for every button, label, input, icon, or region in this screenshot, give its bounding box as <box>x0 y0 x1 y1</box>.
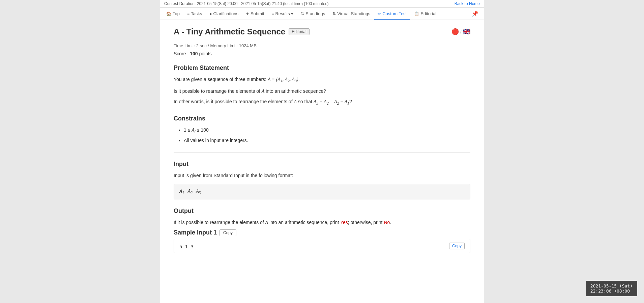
score-value: 100 <box>190 51 198 56</box>
nav-results-label: Results ▾ <box>275 11 293 16</box>
sample-input-1-block: 5 1 3 Copy <box>174 239 470 253</box>
nav-virtual-standings[interactable]: ⇅ Virtual Standings <box>329 8 374 20</box>
standings-icon: ⇅ <box>301 11 304 16</box>
flag-separator: / <box>460 29 462 34</box>
clock-widget: 2021-05-15 (Sat) 22:23:06 +08:00 <box>586 281 637 296</box>
nav-standings-label: Standings <box>305 11 325 16</box>
time-memory-limit: Time Limit: 2 sec / Memory Limit: 1024 M… <box>174 43 470 48</box>
sample-input-1-title: Sample Input 1 <box>174 229 217 236</box>
editorial-badge-button[interactable]: Editorial <box>289 28 309 35</box>
sample-block-inner: 5 1 3 Copy <box>179 243 465 249</box>
home-icon: 🏠 <box>166 11 171 16</box>
nav-editorial[interactable]: 📋 Editorial <box>411 8 440 20</box>
nav-tasks-label: Tasks <box>191 11 202 16</box>
nav-bar: 🏠 Top ≡ Tasks ● Clarifications ✈ Submit … <box>160 8 484 20</box>
score-suffix: points <box>198 51 212 56</box>
nav-results[interactable]: ≡ Results ▾ <box>268 8 297 20</box>
nav-clarifications[interactable]: ● Clarifications <box>206 8 242 20</box>
problem-text-1: You are given a sequence of three number… <box>174 76 470 85</box>
clarifications-icon: ● <box>209 11 212 16</box>
nav-custom-test[interactable]: ✏ Custom Test <box>374 8 410 20</box>
nav-custom-test-label: Custom Test <box>382 11 407 16</box>
problem-text-3: In other words, is it possible to rearra… <box>174 98 470 107</box>
nav-virtual-standings-label: Virtual Standings <box>337 11 370 16</box>
input-title: Input <box>174 161 470 168</box>
clock-date: 2021-05-15 (Sat) <box>590 283 633 288</box>
flags: 🔴 / 🇬🇧 <box>451 28 470 35</box>
nav-standings[interactable]: ⇅ Standings <box>297 8 328 20</box>
section-divider-1 <box>174 152 470 153</box>
back-to-home-link[interactable]: Back to Home <box>455 1 480 6</box>
output-title: Output <box>174 208 470 215</box>
flag-jp-icon[interactable]: 🔴 <box>451 28 459 35</box>
constrains-title: Constrains <box>174 115 470 122</box>
sample-input-1-copy-right-button[interactable]: Copy <box>449 243 465 249</box>
nav-top-label: Top <box>173 11 180 16</box>
score-label: Score : <box>174 51 190 56</box>
input-format-block: A1 A2 A3 <box>174 184 470 199</box>
nav-submit[interactable]: ✈ Submit <box>242 8 267 20</box>
nav-submit-label: Submit <box>251 11 264 16</box>
content: A - Tiny Arithmetic Sequence Editorial 🔴… <box>160 20 484 261</box>
problem-title-row: A - Tiny Arithmetic Sequence Editorial 🔴… <box>174 27 470 36</box>
contest-duration: Contest Duration: 2021-05-15(Sat) 20:00 … <box>164 1 329 6</box>
no-text: No <box>384 220 390 225</box>
constrain-item-2: All values in input are integers. <box>184 137 470 144</box>
virtual-standings-icon: ⇅ <box>332 11 336 16</box>
input-format-math: A1 A2 A3 <box>179 189 201 194</box>
nav-top[interactable]: 🏠 Top <box>163 8 183 20</box>
submit-icon: ✈ <box>246 11 249 16</box>
editorial-icon: 📋 <box>414 11 419 16</box>
sample-input-1-copy-button[interactable]: Copy <box>219 229 236 236</box>
top-bar: Contest Duration: 2021-05-15(Sat) 20:00 … <box>160 0 484 8</box>
sample-input-1-title-row: Sample Input 1 Copy <box>174 229 470 236</box>
problem-text-2: Is it possible to rearrange the elements… <box>174 87 470 95</box>
score-info: Score : 100 points <box>174 51 470 56</box>
nav-clarifications-label: Clarifications <box>213 11 238 16</box>
tasks-icon: ≡ <box>187 11 189 16</box>
results-icon: ≡ <box>271 11 274 16</box>
nav-editorial-label: Editorial <box>420 11 436 16</box>
input-description: Input is given from Standard Input in th… <box>174 172 470 180</box>
problem-title: A - Tiny Arithmetic Sequence <box>174 27 285 36</box>
flag-en-icon[interactable]: 🇬🇧 <box>463 28 470 35</box>
clock-time: 22:23:06 +08:00 <box>590 288 633 294</box>
problem-statement-title: Problem Statement <box>174 64 470 72</box>
pin-icon[interactable]: 📌 <box>469 8 481 20</box>
yes-text: Yes <box>340 220 348 225</box>
sample-input-1-value: 5 1 3 <box>179 244 194 249</box>
nav-tasks[interactable]: ≡ Tasks <box>184 8 205 20</box>
constrains-list: 1 ≤ Ai ≤ 100 All values in input are int… <box>184 126 470 144</box>
constrain-item-1: 1 ≤ Ai ≤ 100 <box>184 126 470 135</box>
output-description: If it is possible to rearrange the eleme… <box>174 219 470 227</box>
custom-test-icon: ✏ <box>378 11 381 16</box>
